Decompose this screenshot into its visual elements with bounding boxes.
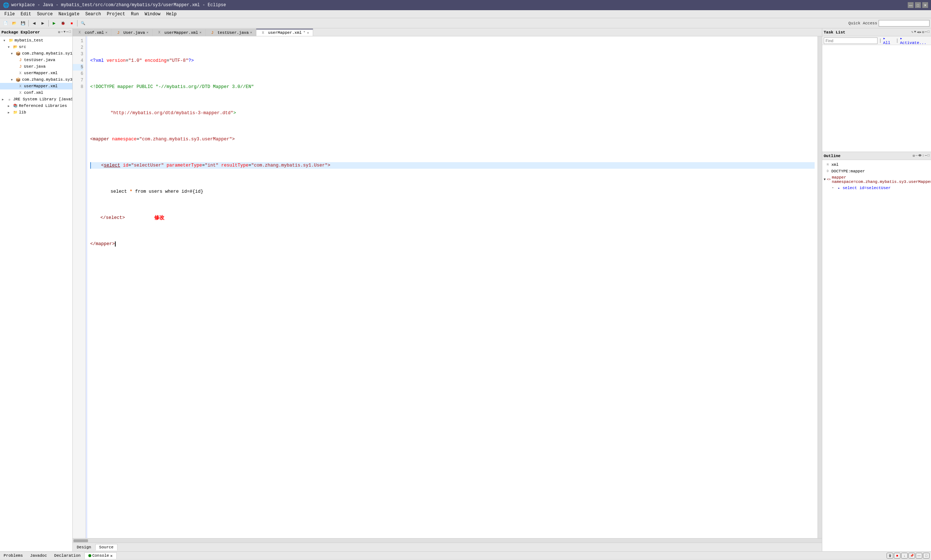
find-all-link[interactable]: ▸ All: [883, 36, 894, 45]
tree-item-mybatis-test[interactable]: ▼ 📁 mybatis_test: [0, 37, 72, 44]
tab-close-usermapper-1[interactable]: ✕: [200, 31, 202, 35]
menu-help[interactable]: Help: [163, 11, 180, 17]
tab-usermapper-xml-1[interactable]: X userMapper.xml ✕: [152, 29, 205, 36]
menu-window[interactable]: Window: [142, 11, 163, 17]
code-editor[interactable]: 1 2 3 4 5 6 7 8 <?xml version="1.0" enco…: [73, 36, 822, 551]
outline-minimize-icon[interactable]: —: [925, 154, 926, 158]
minimize-panel-icon[interactable]: —: [66, 30, 68, 34]
task-prev-icon[interactable]: ◀: [917, 30, 919, 34]
outline-collapse-icon[interactable]: ⊟: [913, 154, 915, 158]
menu-navigate[interactable]: Navigate: [55, 11, 83, 17]
toolbar-open[interactable]: 📂: [10, 20, 18, 27]
tree-item-ref-libs[interactable]: ▶ 📚 Referenced Libraries: [0, 103, 72, 109]
menu-project[interactable]: Project: [104, 11, 128, 17]
console-maximize-btn[interactable]: □: [923, 553, 929, 558]
code-content-area[interactable]: <?xml version="1.0" encoding="UTF-8"?> <…: [87, 36, 817, 538]
task-maximize-icon[interactable]: □: [928, 30, 929, 34]
console-scroll-btn[interactable]: ↓: [901, 553, 908, 558]
toolbar-stop[interactable]: ■: [68, 20, 75, 27]
tab-close-conf[interactable]: ✕: [105, 31, 107, 35]
minimize-button[interactable]: —: [908, 2, 914, 8]
activate-link[interactable]: ▸ Activate...: [900, 36, 929, 45]
console-stop-btn[interactable]: ■: [894, 553, 900, 558]
expand-mybatis-test[interactable]: ▼: [2, 37, 7, 43]
task-new-icon[interactable]: ✎: [911, 30, 913, 34]
menu-source[interactable]: Source: [34, 11, 55, 17]
quick-access-input[interactable]: [879, 20, 929, 26]
task-minimize-icon[interactable]: —: [925, 30, 926, 34]
console-clear-btn[interactable]: 🗑: [886, 553, 893, 558]
expand-jre[interactable]: ▶: [0, 96, 6, 102]
console-minimize-btn[interactable]: —: [916, 553, 922, 558]
tab-javadoc[interactable]: Javadoc: [26, 553, 51, 558]
view-menu-icon[interactable]: ▼: [64, 30, 65, 34]
tab-conf-xml[interactable]: X conf.xml ✕: [73, 29, 111, 36]
expand-ref-libs[interactable]: ▶: [6, 103, 12, 109]
package-explorer-buttons[interactable]: ⊟ ↔ ▼ — □: [58, 30, 71, 34]
maximize-panel-icon[interactable]: □: [69, 30, 71, 34]
tab-testuser-java[interactable]: J testUser.java ✕: [205, 29, 256, 36]
h-scroll-thumb[interactable]: [74, 539, 88, 542]
tab-design[interactable]: Design: [73, 544, 95, 551]
tab-close-usermapper-active[interactable]: ✕: [307, 31, 309, 35]
tab-user-java[interactable]: J User.java ✕: [111, 29, 152, 36]
outline-sort-icon[interactable]: ↕: [922, 154, 924, 158]
tree-item-sy3[interactable]: ▼ 📦 com.zhang.mybatis.sy3: [0, 76, 72, 83]
tree-item-src[interactable]: ▼ 📂 src: [0, 44, 72, 50]
tab-usermapper-xml-active[interactable]: X userMapper.xml * ✕: [256, 29, 313, 36]
tree-item-conf-xml[interactable]: X conf.xml: [0, 89, 72, 96]
expand-src[interactable]: ▼: [6, 44, 12, 50]
tree-item-usermapper-sy1[interactable]: X userMapper.xml: [0, 70, 72, 76]
expand-lib[interactable]: ▶: [6, 109, 12, 115]
console-pin-btn[interactable]: 📌: [908, 553, 915, 558]
task-filter-icon[interactable]: ▼: [914, 30, 916, 34]
horizontal-scrollbar[interactable]: [73, 538, 822, 543]
tab-declaration[interactable]: Declaration: [51, 553, 85, 558]
toolbar-new[interactable]: 📄: [2, 20, 9, 27]
expand-sy1[interactable]: ▼: [9, 51, 15, 56]
outline-link-icon[interactable]: ↔: [916, 154, 917, 158]
collapse-all-icon[interactable]: ⊟: [58, 30, 60, 34]
tree-item-testuser[interactable]: J testUser.java: [0, 57, 72, 63]
toolbar-forward[interactable]: ▶: [39, 20, 47, 27]
task-list-buttons[interactable]: ✎ ▼ ◀ ▶ ⊟ — □: [911, 30, 929, 34]
menu-edit[interactable]: Edit: [18, 11, 34, 17]
tab-console[interactable]: Console ✕: [85, 552, 117, 559]
outline-maximize-icon[interactable]: □: [928, 154, 929, 158]
toolbar-run[interactable]: ▶: [50, 20, 58, 27]
tree-item-lib[interactable]: ▶ 📁 lib: [0, 109, 72, 115]
tree-item-jre[interactable]: ▶ ☕ JRE System Library [JavaSE-1.8]: [0, 96, 72, 103]
close-button[interactable]: ✕: [922, 2, 928, 8]
tab-source[interactable]: Source: [95, 544, 118, 551]
menu-run[interactable]: Run: [128, 11, 142, 17]
tab-close-console[interactable]: ✕: [110, 554, 113, 558]
outline-hide-icon[interactable]: 👁: [918, 154, 922, 158]
maximize-button[interactable]: □: [915, 2, 921, 8]
menu-file[interactable]: File: [2, 11, 18, 17]
task-find-input[interactable]: [824, 37, 877, 44]
outline-buttons[interactable]: ⊟ ↔ 👁 ↕ — □: [913, 154, 929, 158]
menu-search[interactable]: Search: [82, 11, 104, 17]
window-controls[interactable]: — □ ✕: [908, 2, 928, 8]
vertical-scrollbar[interactable]: [817, 36, 822, 538]
expand-sy3[interactable]: ▼: [9, 77, 15, 83]
outline-item-doctype[interactable]: D DOCTYPE:mapper: [824, 168, 929, 175]
ln-3: 3: [73, 51, 83, 57]
toolbar-search[interactable]: 🔍: [79, 20, 87, 27]
link-editor-icon[interactable]: ↔: [61, 30, 63, 34]
tree-item-sy1[interactable]: ▼ 📦 com.zhang.mybatis.sy1: [0, 50, 72, 57]
task-next-icon[interactable]: ▶: [919, 30, 921, 34]
tab-problems[interactable]: Problems: [0, 553, 26, 558]
toolbar-back[interactable]: ◀: [30, 20, 38, 27]
outline-expand-mapper[interactable]: ▼: [824, 177, 826, 182]
tab-close-user-java[interactable]: ✕: [146, 31, 148, 35]
toolbar-save[interactable]: 💾: [19, 20, 27, 27]
outline-item-xml[interactable]: π xml: [824, 162, 929, 168]
tree-item-user-java[interactable]: J User.java: [0, 63, 72, 70]
tree-item-usermapper-sy3[interactable]: X userMapper.xml: [0, 83, 72, 89]
outline-item-mapper[interactable]: ▼ <> mapper namespace=com.zhang.mybatis.…: [824, 175, 929, 185]
task-collapse-icon[interactable]: ⊟: [922, 30, 924, 34]
tab-close-testuser[interactable]: ✕: [250, 31, 252, 35]
toolbar-debug[interactable]: 🐞: [59, 20, 67, 27]
outline-item-select[interactable]: ▪ ▸ select id=selectUser: [824, 185, 929, 191]
